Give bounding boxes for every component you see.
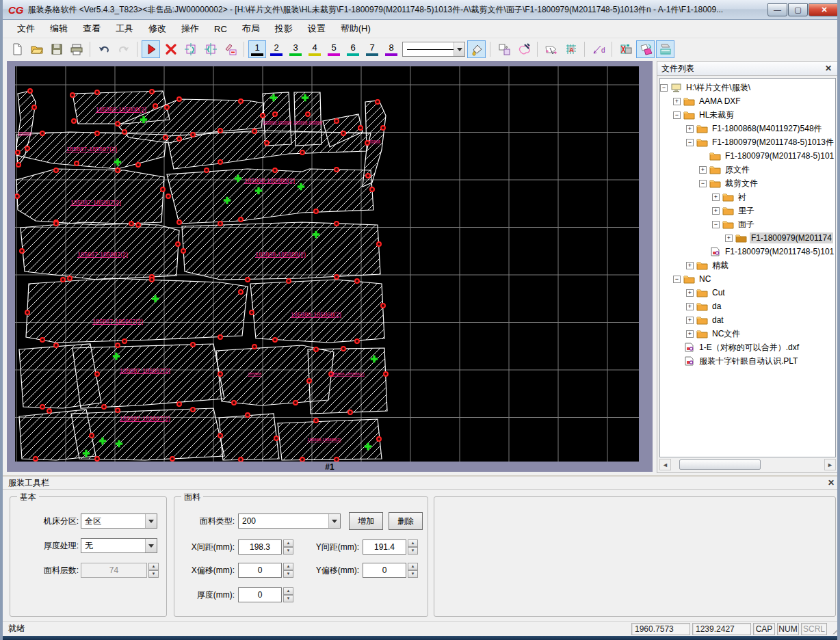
menu-item-9[interactable]: 投影 <box>267 21 300 37</box>
scroll-left-arrow[interactable]: ◄ <box>659 459 671 470</box>
tree-item-15[interactable]: −NC <box>660 272 835 286</box>
pattern-piece-p17[interactable] <box>73 344 224 408</box>
menu-item-11[interactable]: 帮助(H) <box>333 21 378 37</box>
resize-grip[interactable] <box>830 624 840 635</box>
expand-icon[interactable]: + <box>673 98 681 105</box>
expand-icon[interactable]: + <box>686 303 694 310</box>
tree-item-8[interactable]: −裁剪文件 <box>660 176 835 190</box>
collapse-icon[interactable]: − <box>673 111 681 119</box>
file-list-close-icon[interactable]: ✕ <box>823 64 834 73</box>
expand-icon[interactable]: + <box>686 125 694 133</box>
layer-button-7[interactable]: 7 <box>363 40 381 58</box>
layer-button-3[interactable]: 3 <box>287 40 304 58</box>
undo-button[interactable] <box>94 40 113 58</box>
tree-item-11[interactable]: −面子 <box>660 217 835 231</box>
line-style-select[interactable] <box>402 42 465 57</box>
tree-item-18[interactable]: +dat <box>660 313 835 327</box>
print-button[interactable] <box>67 40 86 58</box>
tree-item-19[interactable]: +NC文件 <box>660 327 835 341</box>
scroll-right-arrow[interactable]: ► <box>824 459 836 470</box>
menu-item-2[interactable]: 编辑 <box>42 21 75 37</box>
notch-offset-button[interactable] <box>221 40 239 58</box>
maximize-button[interactable]: ▢ <box>788 3 808 16</box>
grid-text-button[interactable]: A <box>562 40 580 58</box>
nesting-canvas[interactable]: 185868185868-185800(2)185868-18586818586… <box>15 66 639 462</box>
menu-item-1[interactable]: 文件 <box>10 21 42 37</box>
pattern-piece-p14[interactable] <box>26 278 248 343</box>
tree-item-9[interactable]: +衬 <box>660 190 835 204</box>
expand-icon[interactable]: + <box>699 166 707 174</box>
fabric-layers-stepper[interactable]: ▲▼ <box>148 563 159 578</box>
pattern-piece-p10[interactable] <box>16 169 164 225</box>
y-offset-field[interactable]: 0 <box>363 563 406 578</box>
machine-zone-select[interactable]: 全区 <box>81 514 157 529</box>
rotate-ccw-button[interactable] <box>181 40 200 58</box>
expand-icon[interactable]: + <box>712 207 720 215</box>
thickness-stepper[interactable]: ▲▼ <box>283 587 293 602</box>
rotate-cw-button[interactable] <box>201 40 220 58</box>
tree-item-13[interactable]: F1-1800979(M2011748-5)101 <box>660 245 835 258</box>
chevron-down-icon[interactable] <box>145 514 157 528</box>
layer-button-2[interactable]: 2 <box>267 40 285 58</box>
collapse-icon[interactable]: − <box>712 221 720 228</box>
y-offset-stepper[interactable]: ▲▼ <box>408 563 418 578</box>
expand-icon[interactable]: + <box>725 235 733 242</box>
menu-item-6[interactable]: 操作 <box>174 21 207 37</box>
tree-item-6[interactable]: F1-1800979(M2011748-5)101 <box>660 149 835 163</box>
expand-icon[interactable]: + <box>712 194 720 201</box>
y-gap-field[interactable]: 191.4 <box>363 539 406 555</box>
scrollbar-thumb[interactable] <box>679 459 761 470</box>
tree-item-17[interactable]: +da <box>660 299 835 313</box>
redo-button[interactable] <box>114 40 133 58</box>
layer-button-4[interactable]: 4 <box>306 40 324 58</box>
collapse-icon[interactable]: − <box>699 180 707 187</box>
tree-item-2[interactable]: +AAMA DXF <box>660 94 835 108</box>
minimize-button[interactable]: — <box>767 3 787 16</box>
new-file-button[interactable] <box>8 40 26 58</box>
x-gap-field[interactable]: 198.3 <box>238 539 282 555</box>
chevron-down-icon[interactable] <box>145 539 157 552</box>
y-gap-stepper[interactable]: ▲▼ <box>408 539 418 555</box>
dock-close-icon[interactable]: ✕ <box>825 478 837 488</box>
fabric-type-select[interactable]: 200 <box>238 514 341 529</box>
x-offset-stepper[interactable]: ▲▼ <box>283 563 293 578</box>
tree-item-5[interactable]: −F1-1800979(M2011748-5)1013件 <box>660 135 835 149</box>
copy-piece-button[interactable] <box>495 40 513 58</box>
collapse-icon[interactable]: − <box>686 139 694 146</box>
measure-piece-button[interactable] <box>656 40 674 58</box>
fill-tool-button[interactable] <box>467 40 486 58</box>
tree-item-21[interactable]: 服装十字针眼自动认识.PLT <box>660 354 835 368</box>
tree-item-20[interactable]: 1-E（对称的可以合并）.dxf <box>660 341 835 354</box>
menu-item-8[interactable]: 布局 <box>235 21 267 37</box>
tree-item-16[interactable]: +Cut <box>660 286 835 299</box>
menu-item-7[interactable]: RC <box>207 22 235 36</box>
add-button[interactable]: 增加 <box>349 512 383 530</box>
tree-item-10[interactable]: +里子 <box>660 204 835 217</box>
chevron-down-icon[interactable] <box>454 42 464 56</box>
collapse-icon[interactable]: − <box>660 84 668 92</box>
layer-button-6[interactable]: 6 <box>344 40 362 58</box>
tree-item-14[interactable]: +精裁 <box>660 258 835 272</box>
expand-icon[interactable]: + <box>686 317 694 324</box>
tree-item-1[interactable]: −H:\样片文件\服装\ <box>660 81 835 94</box>
menu-item-10[interactable]: 设置 <box>300 21 333 37</box>
tree-item-3[interactable]: −HL未裁剪 <box>660 108 835 122</box>
close-button[interactable]: ✕ <box>809 3 840 16</box>
layer-button-8[interactable]: 8 <box>382 40 400 58</box>
measure-angle-button[interactable]: d <box>589 40 607 58</box>
expand-icon[interactable]: + <box>686 289 694 297</box>
thickness-mode-select[interactable]: 无 <box>81 538 157 553</box>
remove-piece-button[interactable] <box>616 40 635 58</box>
x-gap-stepper[interactable]: ▲▼ <box>283 539 293 555</box>
select-tool-button[interactable] <box>142 40 160 58</box>
tree-item-4[interactable]: +F1-1800868(M4011927)548件 <box>660 122 835 135</box>
x-offset-field[interactable]: 0 <box>238 563 282 578</box>
delete-button[interactable] <box>161 40 180 58</box>
collapse-icon[interactable]: − <box>673 276 681 283</box>
edit-outline-button[interactable] <box>514 40 533 58</box>
tree-item-12[interactable]: +F1-1800979(M201174 <box>660 231 835 245</box>
save-button[interactable] <box>47 40 66 58</box>
expand-icon[interactable]: + <box>686 330 694 338</box>
tree-item-7[interactable]: +原文件 <box>660 163 835 176</box>
thickness-field[interactable]: 0 <box>238 587 282 602</box>
